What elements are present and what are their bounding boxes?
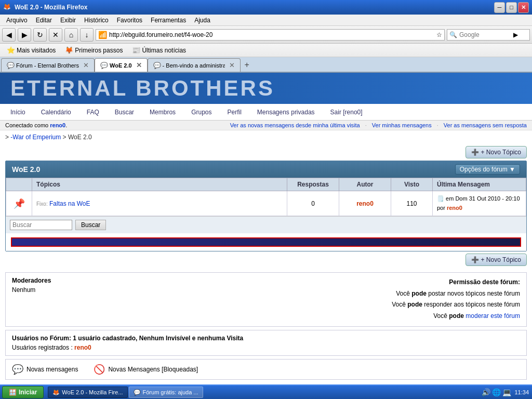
nav-buscar[interactable]: Buscar [115,109,134,116]
nav-inicio[interactable]: Início [10,109,25,116]
tab-close-3[interactable]: ✕ [229,62,235,69]
search-submit-icon[interactable]: ▶ [513,31,518,38]
breadcrumb-woe[interactable]: -War of Emperium [10,134,62,141]
registered-user-link[interactable]: reno0 [74,344,91,351]
home-button[interactable]: ⌂ [64,28,78,42]
tray-network-icon: 🌐 [492,388,501,396]
progress-fill [12,238,520,246]
nav-grupos[interactable]: Grupos [191,109,211,116]
reload-button[interactable]: ↻ [33,28,47,42]
users-online-section: Usuários no Fórum: 1 usuário cadastrado,… [5,330,527,356]
connected-links: Ver as novas mensagens desde minha últim… [230,122,527,128]
tab-bem-vindo[interactable]: 💬 - Bem-vindo a administração do seu fór… [148,58,241,72]
menu-editar[interactable]: Editar [32,16,56,25]
title-bar: 🦊 WoE 2.0 - Mozilla Firefox ─ □ ✕ [0,0,532,15]
close-button[interactable]: ✕ [518,2,529,13]
browser-content: Eternal Brothers Início Calendário FAQ B… [0,73,532,384]
menu-bar: Arquivo Editar Exibir Histórico Favorito… [0,15,532,26]
back-button[interactable]: ◀ [2,28,16,42]
menu-historico[interactable]: Histórico [80,16,113,25]
forward-button[interactable]: ▶ [18,28,31,42]
tab-close-2[interactable]: ✕ [136,62,142,69]
table-row: 📌 Fixo: Faltas na WoE 0 reno0 110 🗒️ [6,191,526,216]
last-msg-user-link[interactable]: reno0 [447,205,462,211]
downloads-button[interactable]: ↓ [80,28,94,42]
minimize-button[interactable]: ─ [494,2,505,13]
buscar-button[interactable]: Buscar [75,220,106,230]
nav-mensagens[interactable]: Mensagens privadas [257,109,315,116]
tray-icons: 🔊 🌐 💻 [482,388,511,396]
address-input[interactable] [109,31,434,38]
forum-box: WoE 2.0 Opções do fórum ▼ Tópicos Respos… [5,161,527,251]
address-bar: 📶 ☆ [96,29,445,41]
nav-faq[interactable]: FAQ [87,109,99,116]
menu-arquivo[interactable]: Arquivo [2,16,32,25]
nav-perfil[interactable]: Perfil [227,109,241,116]
forum-header-logo: Eternal Brothers [10,76,275,101]
th-views: Visto [391,178,433,191]
start-button[interactable]: 🪟 Iniciar [2,386,44,396]
th-topics-label: Tópicos [32,178,287,191]
users-list: Usuários registrados : reno0 [12,344,520,351]
tab-forum-eternal[interactable]: 💬 Fórum - Eternal Brothers guild RO ✕ [1,58,95,72]
bookmark-mais-visitados[interactable]: ⭐ Mais visitados [3,45,59,56]
bookmark-icon-2: 🦊 [65,46,73,54]
nav-calendario[interactable]: Calendário [41,109,71,116]
clock-display: 11:34 [514,389,529,395]
tab-label-2: WoE 2.0 [110,62,132,69]
forum-options-button[interactable]: Opções do fórum ▼ [455,164,520,175]
forum-page-header: Eternal Brothers [0,73,532,104]
taskbar-label-1: WoE 2.0 - Mozilla Fire... [62,389,123,395]
link-new-messages[interactable]: Ver as novas mensagens desde minha últim… [230,122,360,128]
stop-button[interactable]: ✕ [49,28,62,42]
maximize-button[interactable]: □ [506,2,517,13]
menu-exibir[interactable]: Exibir [56,16,80,25]
last-msg-cell: 🗒️ em Dom 31 Out 2010 - 20:10 por reno0 [433,191,526,216]
tab-favicon-1: 💬 [7,62,14,69]
taskbar-icon-1: 🦊 [52,389,60,396]
msg-icon: 🗒️ [437,195,444,202]
breadcrumb-current: WoE 2.0 [68,134,92,141]
tab-woe-20[interactable]: 💬 WoE 2.0 ✕ [95,58,148,72]
replies-cell: 0 [287,191,339,216]
connected-user-link[interactable]: reno0 [50,122,65,128]
author-link[interactable]: reno0 [356,200,374,207]
legend-item-new: 💬 Novas mensagens [12,364,78,375]
new-topic-button-bottom[interactable]: ➕ + Novo Tópico [466,254,527,266]
topic-icon-cell: 📌 [6,191,32,216]
tabs-bar: 💬 Fórum - Eternal Brothers guild RO ✕ 💬 … [0,57,532,73]
link-my-messages[interactable]: Ver minhas mensagens [372,122,432,128]
new-tab-button[interactable]: + [241,58,254,72]
new-topic-button-top[interactable]: ➕ + Novo Tópico [466,146,527,158]
moderators-block: Moderadores Nenhum [12,277,51,322]
search-input[interactable] [459,31,511,38]
tab-favicon-2: 💬 [100,62,108,69]
breadcrumb: > -War of Emperium > WoE 2.0 [0,130,532,144]
tab-close-1[interactable]: ✕ [83,62,89,69]
buscar-input[interactable] [10,220,72,230]
mod-link[interactable]: moderar este fórum [466,312,520,320]
nav-membros[interactable]: Membros [150,109,176,116]
link-no-reply[interactable]: Ver as mensagens sem resposta [444,122,527,128]
plus-icon-bottom: ➕ [471,256,479,263]
search-bar: 🔍 ▶ [447,29,530,41]
start-windows-icon: 🪟 [9,389,17,396]
forum-title: WoE 2.0 [12,165,40,174]
bookmark-primeiros-passos[interactable]: 🦊 Primeiros passos [61,45,126,56]
topic-link-faltas[interactable]: Faltas na WoE [49,200,90,207]
taskbar-item-woe[interactable]: 🦊 WoE 2.0 - Mozilla Fire... [48,387,127,396]
menu-ajuda[interactable]: Ajuda [190,16,215,25]
taskbar-icon-2: 💬 [134,389,141,396]
nav-sair[interactable]: Sair [reno0] [330,109,363,116]
permissions-title: Permissão deste fórum: [449,278,520,286]
forum-nav: Início Calendário FAQ Buscar Membros Gru… [0,104,532,121]
connected-bar: Conectado como reno0. Ver as novas mensa… [0,121,532,130]
menu-favoritos[interactable]: Favoritos [113,16,147,25]
menu-ferramentas[interactable]: Ferramentas [147,16,190,25]
progress-bar-area [11,237,521,247]
bookmark-ultimas-noticias[interactable]: 📰 Últimas notícias [128,45,190,56]
bookmark-icon-3: 📰 [132,46,140,54]
taskbar-item-forum-gratis[interactable]: 💬 Fórum grátis: ajuda ... [129,387,203,396]
taskbar-label-2: Fórum grátis: ajuda ... [143,389,198,395]
legend-label-blocked: Novas Mensagens [Bloqueadas] [108,366,198,373]
